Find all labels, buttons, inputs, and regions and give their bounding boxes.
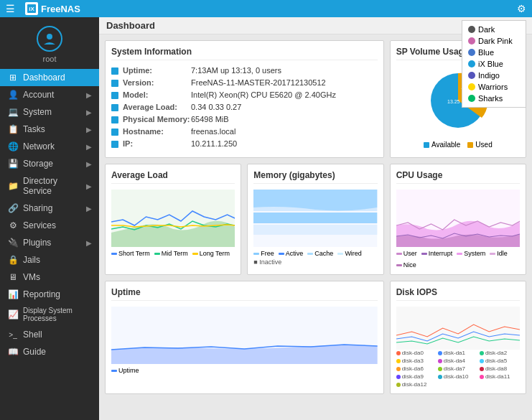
- logo-box: iX: [25, 2, 38, 15]
- interrupt-dot: [421, 253, 427, 255]
- plugins-icon: 🔌: [7, 238, 19, 248]
- sidebar-item-reporting[interactable]: 📊 Reporting: [0, 286, 99, 303]
- legend-free: Free: [253, 250, 274, 257]
- short-term-dot: [111, 253, 117, 255]
- theme-dark-pink-dot: [468, 37, 475, 45]
- disk-da2-label: disk-da2: [485, 350, 507, 356]
- theme-warriors-label: Warriors: [478, 83, 508, 91]
- reporting-icon: 📊: [7, 289, 19, 299]
- sidebar-item-vms[interactable]: 🖥 VMs: [0, 269, 99, 286]
- uptime-legend-label: Uptime: [118, 367, 139, 374]
- theme-dark[interactable]: Dark: [462, 24, 526, 35]
- sidebar-item-directory-service[interactable]: 📁 Directory Service ▶: [0, 172, 99, 200]
- theme-ix-blue-dot: [468, 60, 475, 67]
- dashboard-icon: ⊞: [7, 73, 19, 83]
- sysinfo-bullet-version: [111, 80, 118, 87]
- disk-da7-legend: disk-da7: [438, 365, 478, 372]
- disk-da9-dot: [396, 375, 401, 379]
- sidebar-item-tasks[interactable]: 📋 Tasks ▶: [0, 121, 99, 138]
- network-icon: 🌐: [7, 141, 19, 151]
- sidebar-item-services-label: Services: [23, 220, 92, 230]
- disk-da8-label: disk-da8: [485, 365, 507, 372]
- svg-rect-13: [396, 307, 520, 350]
- sidebar-item-network[interactable]: 🌐 Network ▶: [0, 138, 99, 155]
- cache-label: Cache: [314, 250, 333, 257]
- wired-label: Wired: [345, 250, 362, 257]
- cpu-title: CPU Usage: [396, 170, 520, 184]
- svg-rect-9: [253, 213, 377, 223]
- theme-sharks-label: Sharks: [478, 94, 503, 103]
- sidebar-item-system[interactable]: 💻 System ▶: [0, 103, 99, 121]
- main-layout: root ⊞ Dashboard 👤 Account ▶ 💻 System ▶ …: [0, 17, 532, 420]
- directory-icon: 📁: [7, 181, 19, 191]
- sidebar-item-dashboard[interactable]: ⊞ Dashboard: [0, 69, 99, 86]
- theme-indigo-dot: [468, 72, 475, 79]
- hamburger-icon[interactable]: ☰: [6, 3, 15, 14]
- user-label: User: [403, 250, 417, 257]
- svg-text:iX: iX: [29, 6, 34, 12]
- disk-da0-dot: [396, 351, 401, 355]
- cache-dot: [307, 253, 313, 255]
- uptime-dot: [111, 370, 117, 372]
- theme-sharks[interactable]: Sharks: [462, 93, 526, 104]
- plugins-arrow-icon: ▶: [86, 239, 92, 247]
- legend-nice: Nice: [396, 261, 416, 269]
- disk-da4-dot: [438, 359, 442, 363]
- theme-indigo[interactable]: Indigo: [462, 70, 526, 81]
- legend-used-label: Used: [475, 141, 492, 149]
- theme-ix-blue[interactable]: iX Blue: [462, 58, 526, 70]
- legend-wired: Wired: [337, 250, 362, 257]
- theme-warriors[interactable]: Warriors: [462, 81, 526, 93]
- sidebar-item-account-label: Account: [23, 90, 86, 100]
- sidebar-item-account[interactable]: 👤 Account ▶: [0, 86, 99, 103]
- topbar-left: ☰ iX FreeNAS: [6, 2, 80, 15]
- sidebar-username: root: [43, 55, 57, 63]
- theme-indigo-label: Indigo: [478, 71, 500, 80]
- sidebar-item-storage[interactable]: 💾 Storage ▶: [0, 155, 99, 172]
- cpu-svg: [396, 190, 520, 247]
- sidebar-item-network-label: Network: [23, 141, 86, 151]
- disk-da8-dot: [480, 367, 484, 371]
- disk-da5-label: disk-da5: [485, 358, 507, 364]
- legend-mid-term: Mid Term: [154, 250, 188, 257]
- user-avatar-icon: [37, 26, 62, 52]
- disk-da11-label: disk-da11: [485, 373, 510, 380]
- topbar: ☰ iX FreeNAS ⚙ Dark Dark Pink: [0, 0, 532, 17]
- sidebar-item-plugins[interactable]: 🔌 Plugins ▶: [0, 234, 99, 251]
- sysinfo-bullet-avgload: [111, 104, 118, 111]
- sysinfo-label-model: Model:: [123, 90, 191, 99]
- legend-system: System: [457, 250, 485, 257]
- brand-name: FreeNAS: [41, 4, 80, 14]
- theme-dark-pink[interactable]: Dark Pink: [462, 35, 526, 47]
- sidebar-item-services[interactable]: ⚙ Services: [0, 217, 99, 234]
- avg-load-card: Average Load: [105, 164, 241, 275]
- nice-label: Nice: [403, 261, 416, 269]
- theme-sharks-dot: [468, 95, 475, 102]
- sidebar-item-sharing-label: Sharing: [23, 203, 86, 213]
- sidebar-item-jails[interactable]: 🔒 Jails: [0, 251, 99, 269]
- disk-da4-label: disk-da4: [444, 358, 465, 364]
- sidebar-item-guide[interactable]: 📖 Guide: [0, 343, 99, 360]
- disk-da1-label: disk-da1: [444, 350, 465, 356]
- gear-button[interactable]: ⚙: [517, 3, 526, 14]
- memory-legend: Free Active Cache Wired: [253, 250, 377, 257]
- theme-blue[interactable]: Blue: [462, 47, 526, 58]
- idle-dot: [490, 253, 495, 255]
- brand: iX FreeNAS: [25, 2, 80, 15]
- disk-da6-legend: disk-da6: [396, 365, 437, 372]
- disk-iops-chart: [396, 307, 520, 350]
- sharing-arrow-icon: ▶: [86, 205, 92, 213]
- disk-da10-dot: [438, 375, 442, 379]
- sysinfo-label-ip: IP:: [123, 139, 191, 148]
- legend-used-dot: [467, 142, 473, 148]
- disk-da11-legend: disk-da11: [480, 373, 520, 380]
- disk-da5-dot: [480, 359, 484, 363]
- sidebar-item-sharing[interactable]: 🔗 Sharing ▶: [0, 200, 99, 217]
- sidebar-item-shell[interactable]: >_ Shell: [0, 326, 99, 343]
- sidebar-item-reporting-label: Reporting: [23, 289, 92, 299]
- svg-point-2: [47, 34, 52, 39]
- long-term-label: Long Term: [200, 250, 230, 257]
- pie-legend: Available Used: [424, 141, 493, 149]
- sidebar-item-display-processes[interactable]: 📈 Display System Processes: [0, 303, 99, 326]
- free-dot: [253, 253, 259, 255]
